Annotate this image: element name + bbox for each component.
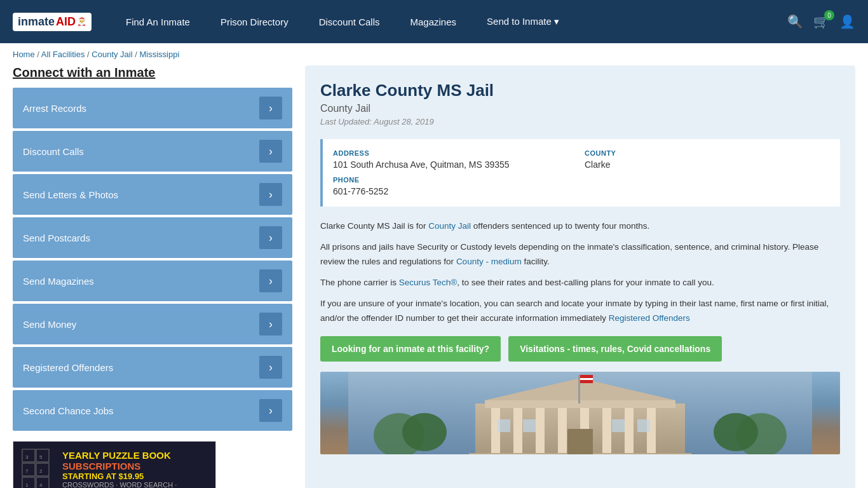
user-icon: 👤 (839, 14, 855, 29)
svg-rect-4 (36, 463, 49, 476)
facility-info-grid: ADDRESS 101 South Archusa Ave, Quitman, … (320, 139, 840, 207)
facility-description: Clarke County MS Jail is for County Jail… (320, 219, 840, 326)
breadcrumb-mississippi[interactable]: Mississippi (139, 50, 179, 59)
securus-link[interactable]: Securus Tech® (399, 278, 458, 287)
svg-rect-24 (625, 407, 634, 454)
svg-text:1: 1 (25, 482, 29, 488)
search-icon: 🔍 (787, 14, 803, 29)
svg-rect-2 (22, 477, 35, 489)
svg-rect-36 (637, 419, 650, 432)
address-value: 101 South Archusa Ave, Quitman, MS 39355 (333, 159, 578, 170)
sidebar-label-send-money: Send Money (23, 319, 76, 330)
sidebar-label-discount-calls: Discount Calls (23, 146, 84, 157)
breadcrumb-home[interactable]: Home (13, 50, 35, 59)
county-label: COUNTY (585, 149, 830, 157)
sidebar-item-second-chance-jobs[interactable]: Second Chance Jobs › (13, 390, 292, 431)
registered-offenders-link[interactable]: Registered Offenders (609, 313, 690, 323)
ad-detail: CROSSWORDS · WORD SEARCH · SUDOKU · BRAI… (62, 481, 208, 489)
nav-links: Find An Inmate Prison Directory Discount… (111, 0, 787, 43)
navbar: inmate AID 🎅 Find An Inmate Prison Direc… (0, 0, 868, 43)
ad-subtitle-line: SUBSCRIPTIONS (62, 461, 208, 471)
county-value: Clarke (585, 159, 830, 170)
sidebar-item-registered-offenders[interactable]: Registered Offenders › (13, 347, 292, 388)
svg-rect-32 (567, 429, 593, 454)
sidebar-item-send-letters[interactable]: Send Letters & Photos › (13, 174, 292, 215)
county-medium-link[interactable]: County - medium (456, 257, 522, 266)
facility-type: County Jail (320, 103, 840, 114)
ad-price: STARTING AT $19.95 (62, 471, 208, 481)
search-button[interactable]: 🔍 (787, 14, 803, 29)
address-label: ADDRESS (333, 149, 578, 157)
facility-image (320, 372, 840, 454)
county-block: COUNTY Clarke (585, 149, 830, 170)
svg-rect-30 (580, 378, 593, 380)
desc-p1: Clarke County MS Jail is for County Jail… (320, 219, 840, 234)
breadcrumb-all-facilities[interactable]: All Facilities (41, 50, 85, 59)
svg-rect-19 (513, 407, 522, 454)
advertisement[interactable]: 3 7 1 5 2 4 YEARLY PUZZLE BOOK SUBSCRIPT… (13, 441, 216, 488)
cart-button[interactable]: 🛒 0 (813, 14, 829, 29)
nav-icons: 🔍 🛒 0 👤 (787, 14, 855, 29)
svg-rect-1 (22, 463, 35, 476)
breadcrumb-county-jail[interactable]: County Jail (92, 50, 132, 59)
sidebar-item-send-magazines[interactable]: Send Magazines › (13, 261, 292, 301)
sidebar-arrow-discount-calls: › (259, 140, 282, 163)
sidebar-arrow-send-magazines: › (259, 269, 282, 292)
svg-rect-23 (602, 407, 611, 454)
sidebar: Connect with an Inmate Arrest Records › … (13, 65, 292, 488)
svg-text:4: 4 (39, 482, 43, 488)
desc-p3: The phone carrier is Securus Tech®, to s… (320, 276, 840, 290)
sidebar-label-registered-offenders: Registered Offenders (23, 362, 113, 373)
action-buttons: Looking for an inmate at this facility? … (320, 336, 840, 362)
svg-rect-21 (558, 407, 567, 454)
phone-value: 601-776-5252 (333, 186, 830, 196)
sidebar-title: Connect with an Inmate (13, 65, 292, 80)
cart-badge: 0 (824, 10, 834, 20)
county-jail-link[interactable]: County Jail (428, 221, 471, 231)
facility-title: Clarke County MS Jail (320, 81, 840, 100)
sidebar-item-send-money[interactable]: Send Money › (13, 304, 292, 344)
user-button[interactable]: 👤 (839, 14, 855, 29)
sidebar-arrow-second-chance-jobs: › (259, 399, 282, 422)
svg-point-16 (714, 413, 758, 451)
desc-p4: If you are unsure of your inmate's locat… (320, 297, 840, 326)
desc-p2: All prisons and jails have Security or C… (320, 240, 840, 269)
logo[interactable]: inmate AID 🎅 (13, 13, 92, 31)
svg-rect-5 (36, 477, 49, 489)
sidebar-label-send-magazines: Send Magazines (23, 276, 94, 287)
svg-rect-34 (523, 419, 536, 432)
sidebar-arrow-send-postcards: › (259, 226, 282, 249)
logo-text-inmate: inmate (18, 15, 55, 29)
sidebar-item-arrest-records[interactable]: Arrest Records › (13, 88, 292, 128)
phone-block: PHONE 601-776-5252 (333, 176, 830, 196)
svg-rect-28 (578, 375, 580, 403)
nav-find-inmate[interactable]: Find An Inmate (111, 0, 205, 43)
breadcrumb: Home / All Facilities / County Jail / Mi… (0, 43, 868, 65)
sidebar-arrow-arrest-records: › (259, 97, 282, 119)
logo-hat-icon: 🎅 (77, 17, 86, 26)
sidebar-label-second-chance-jobs: Second Chance Jobs (23, 405, 114, 416)
nav-discount-calls[interactable]: Discount Calls (304, 0, 395, 43)
ad-title: YEARLY PUZZLE BOOK (62, 450, 208, 461)
sidebar-item-send-postcards[interactable]: Send Postcards › (13, 217, 292, 258)
sidebar-arrow-send-money: › (259, 313, 282, 336)
sidebar-item-discount-calls[interactable]: Discount Calls › (13, 131, 292, 172)
svg-text:3: 3 (25, 454, 29, 460)
svg-rect-3 (36, 449, 49, 462)
sidebar-label-arrest-records: Arrest Records (23, 103, 86, 114)
visitations-button[interactable]: Visitations - times, rules, Covid cancel… (508, 336, 722, 362)
nav-prison-directory[interactable]: Prison Directory (205, 0, 304, 43)
svg-rect-20 (536, 407, 545, 454)
looking-for-inmate-button[interactable]: Looking for an inmate at this facility? (320, 336, 501, 362)
nav-magazines[interactable]: Magazines (395, 0, 472, 43)
nav-send-to-inmate[interactable]: Send to Inmate ▾ (471, 0, 574, 43)
svg-text:5: 5 (39, 454, 43, 460)
phone-label: PHONE (333, 176, 830, 184)
sidebar-label-send-postcards: Send Postcards (23, 233, 90, 243)
sidebar-menu: Arrest Records › Discount Calls › Send L… (13, 88, 292, 431)
address-block: ADDRESS 101 South Archusa Ave, Quitman, … (333, 149, 578, 170)
sidebar-arrow-send-letters: › (259, 183, 282, 206)
sidebar-arrow-registered-offenders: › (259, 356, 282, 379)
svg-text:2: 2 (39, 468, 43, 474)
logo-text-aid: AID (56, 15, 76, 29)
